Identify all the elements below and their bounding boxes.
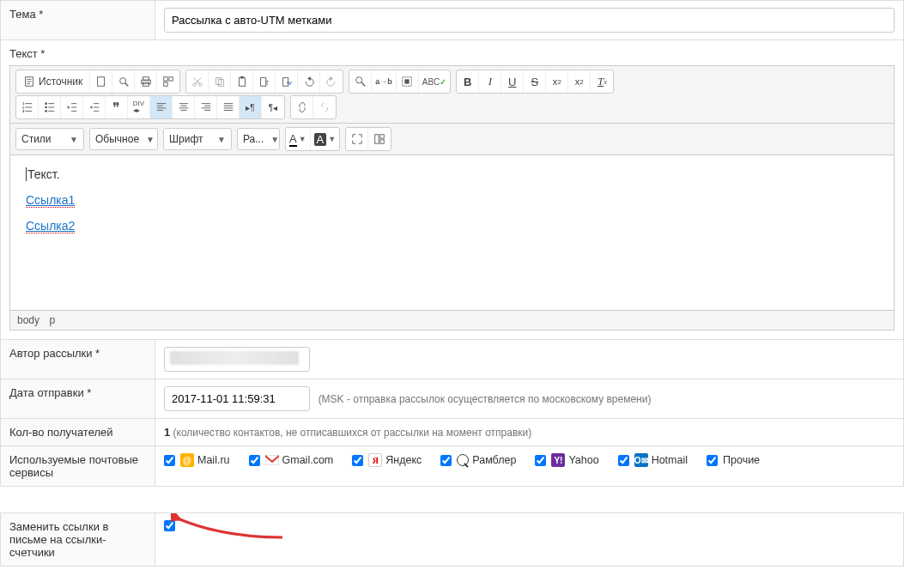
source-button[interactable]: Источник: [16, 70, 90, 93]
spellcheck-button[interactable]: ABC✓: [419, 70, 451, 93]
svg-rect-4: [97, 77, 104, 87]
blocks-icon: [373, 133, 385, 145]
service-hotmail[interactable]: O✉Hotmail: [618, 453, 688, 467]
link-button[interactable]: [291, 96, 313, 118]
underline-button[interactable]: U: [501, 70, 524, 93]
service-hotmail-checkbox[interactable]: [618, 455, 629, 466]
paste-text-button[interactable]: T: [253, 70, 276, 93]
superscript-button[interactable]: x2: [568, 70, 591, 93]
svg-rect-67: [375, 135, 379, 144]
bold-button[interactable]: B: [457, 70, 479, 93]
rambler-icon: [457, 454, 469, 466]
bidi-rtl-button[interactable]: ¶◂: [262, 96, 284, 118]
service-other-checkbox[interactable]: [707, 455, 718, 466]
cut-button[interactable]: [186, 70, 209, 93]
service-yandex[interactable]: ЯЯндекс: [352, 453, 422, 467]
caret-icon: ▼: [210, 135, 226, 144]
author-value-masked: [170, 351, 299, 365]
svg-rect-10: [164, 77, 167, 81]
ul-icon: [44, 101, 56, 113]
templates-button[interactable]: [157, 70, 179, 93]
service-other[interactable]: Прочие: [707, 454, 760, 466]
send-date-hint: (MSK - отправка рассылок осуществляется …: [319, 393, 652, 405]
svg-rect-7: [143, 77, 149, 81]
redo-button[interactable]: [320, 70, 343, 93]
bullet-list-button[interactable]: [39, 96, 61, 118]
svg-point-41: [45, 110, 47, 112]
recipients-hint: (количество контактов, не отписавшихся о…: [170, 427, 531, 439]
unlink-icon: [319, 101, 331, 113]
show-blocks-button[interactable]: [368, 128, 391, 150]
remove-format-button[interactable]: Tx: [591, 70, 613, 93]
text-color-button[interactable]: A▼: [286, 128, 311, 150]
editor-link-1[interactable]: Ссылка1: [26, 193, 75, 208]
undo-button[interactable]: [298, 70, 320, 93]
svg-rect-12: [164, 82, 167, 86]
service-rambler-checkbox[interactable]: [440, 455, 452, 466]
service-rambler[interactable]: Рамблер: [440, 454, 516, 466]
select-all-button[interactable]: [397, 70, 419, 93]
font-dropdown[interactable]: Шрифт▼: [163, 128, 232, 150]
align-justify-button[interactable]: [217, 96, 240, 118]
align-left-button[interactable]: [150, 96, 173, 118]
editor-link-2[interactable]: Ссылка2: [26, 219, 75, 233]
bg-color-button[interactable]: A▼: [311, 128, 340, 150]
outdent-button[interactable]: [61, 96, 83, 118]
subject-input[interactable]: [164, 8, 895, 33]
new-page-button[interactable]: [90, 70, 112, 93]
numbered-list-button[interactable]: 123: [16, 96, 39, 118]
svg-text:3: 3: [21, 109, 24, 113]
align-right-button[interactable]: [195, 96, 217, 118]
clipboard-text-icon: T: [258, 76, 270, 88]
service-yahoo-checkbox[interactable]: [535, 455, 546, 466]
svg-rect-20: [240, 76, 244, 79]
format-dropdown[interactable]: Обычное▼: [89, 128, 158, 150]
preview-button[interactable]: [112, 70, 135, 93]
align-center-button[interactable]: [173, 96, 195, 118]
maximize-button[interactable]: [346, 128, 368, 150]
copy-button[interactable]: [209, 70, 231, 93]
italic-button[interactable]: I: [479, 70, 501, 93]
print-button[interactable]: [135, 70, 157, 93]
page-icon: [95, 76, 107, 88]
svg-point-39: [45, 106, 47, 109]
align-right-icon: [200, 101, 212, 113]
yahoo-icon: Y!: [551, 453, 565, 467]
svg-rect-68: [380, 135, 384, 138]
svg-point-27: [355, 77, 361, 83]
strike-button[interactable]: S: [524, 70, 546, 93]
find-button[interactable]: [349, 70, 372, 93]
path-body[interactable]: body: [17, 314, 39, 326]
paste-word-button[interactable]: W: [276, 70, 298, 93]
unlink-button[interactable]: [313, 96, 336, 118]
service-gmail[interactable]: Gmail.com: [249, 454, 334, 466]
service-yandex-checkbox[interactable]: [352, 455, 363, 466]
path-p[interactable]: p: [49, 314, 55, 326]
template-icon: [162, 76, 174, 88]
paste-button[interactable]: [231, 70, 253, 93]
send-date-input[interactable]: [164, 386, 310, 411]
replace-button[interactable]: a→b: [372, 70, 397, 93]
editor-content[interactable]: Текст. Ссылка1 Ссылка2: [10, 155, 894, 310]
rich-text-editor: Источник T W: [9, 65, 895, 330]
div-button[interactable]: DIV◂▸: [128, 96, 150, 118]
service-yahoo[interactable]: Y!Yahoo: [535, 453, 598, 467]
caret-icon: ▼: [63, 135, 78, 144]
size-dropdown[interactable]: Ра...▼: [237, 128, 280, 150]
svg-rect-69: [380, 140, 384, 143]
svg-line-28: [361, 82, 365, 86]
indent-button[interactable]: [83, 96, 106, 118]
svg-marker-43: [67, 106, 70, 109]
subject-label: Тема *: [1, 1, 155, 40]
service-mailru-checkbox[interactable]: [164, 455, 175, 466]
svg-line-6: [124, 83, 128, 87]
bidi-ltr-button[interactable]: ▸¶: [240, 96, 262, 118]
service-mailru[interactable]: @Mail.ru: [164, 453, 230, 467]
author-label: Автор рассылки *: [1, 340, 155, 379]
outdent-icon: [66, 101, 78, 113]
replace-links-label: Заменить ссылки в письме на ссылки-счетч…: [1, 513, 155, 567]
service-gmail-checkbox[interactable]: [249, 455, 260, 466]
subscript-button[interactable]: x2: [546, 70, 568, 93]
blockquote-button[interactable]: ❞: [106, 96, 128, 118]
styles-dropdown[interactable]: Стили▼: [15, 128, 84, 150]
